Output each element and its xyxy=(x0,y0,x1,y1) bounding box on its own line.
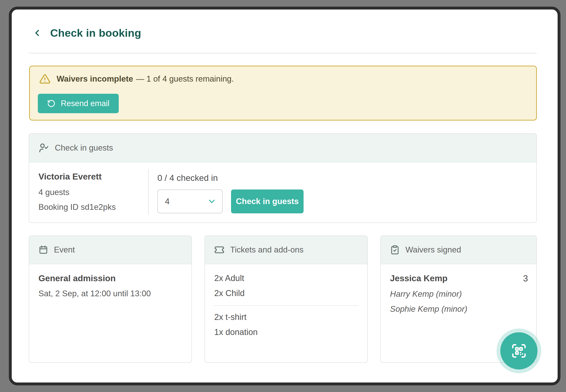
alert-triangle-icon xyxy=(39,73,50,84)
vertical-divider xyxy=(148,169,149,214)
guest-count: 4 guests xyxy=(39,188,69,197)
waivers-card-header: Waivers signed xyxy=(381,236,536,264)
tickets-card-body: 2x Adult 2x Child 2x t-shirt 1x donation xyxy=(205,264,367,363)
check-in-guests-body: Victoria Everett 4 guests Booking ID sd1… xyxy=(29,163,536,223)
waivers-alert-banner: Waivers incomplete — 1 of 4 guests remai… xyxy=(29,66,537,121)
check-in-guests-panel: Check in guests Victoria Everett 4 guest… xyxy=(29,133,537,223)
tickets-card-title: Tickets and add-ons xyxy=(230,245,304,254)
guest-name: Victoria Everett xyxy=(39,172,101,182)
waiver-minor: Harry Kemp (minor) xyxy=(390,289,462,299)
clipboard-check-icon xyxy=(390,245,400,255)
waiver-count: 3 xyxy=(523,274,528,283)
check-in-guests-title: Check in guests xyxy=(55,143,113,153)
chevron-down-icon xyxy=(207,197,216,206)
rotate-ccw-icon xyxy=(47,99,55,108)
qr-scan-fab-button[interactable] xyxy=(500,332,538,369)
resend-email-label: Resend email xyxy=(61,99,110,108)
event-card: Event General admission Sat, 2 Sep, at 1… xyxy=(29,236,192,363)
booking-id: Booking ID sd1e2pks xyxy=(39,203,116,212)
ticket-item: 2x Child xyxy=(214,289,245,298)
alert-text: Waivers incomplete — 1 of 4 guests remai… xyxy=(56,74,234,84)
page-title: Check in booking xyxy=(50,27,141,39)
alert-title: Waivers incomplete xyxy=(56,74,133,84)
tickets-card-header: Tickets and add-ons xyxy=(205,236,367,264)
header-divider xyxy=(29,53,537,54)
waivers-card-title: Waivers signed xyxy=(405,245,461,254)
qr-scan-icon xyxy=(510,342,527,360)
waiver-minor: Sophie Kemp (minor) xyxy=(390,305,467,314)
tickets-card: Tickets and add-ons 2x Adult 2x Child 2x… xyxy=(205,236,368,363)
back-button[interactable] xyxy=(32,28,42,38)
waiver-signer-name: Jessica Kemp xyxy=(390,274,447,283)
page-header: Check in booking xyxy=(32,24,141,42)
check-in-guests-header: Check in guests xyxy=(29,134,536,163)
guest-count-select-value: 4 xyxy=(165,197,170,206)
addon-item: 1x donation xyxy=(214,327,258,337)
checked-in-progress: 0 / 4 checked in xyxy=(157,173,218,183)
resend-email-button[interactable]: Resend email xyxy=(38,94,119,113)
chevron-left-icon xyxy=(32,28,42,38)
app-window: Check in booking Waivers incomplete — 1 … xyxy=(9,7,560,385)
event-card-body: General admission Sat, 2 Sep, at 12:00 u… xyxy=(29,264,192,363)
event-card-header: Event xyxy=(29,236,192,264)
check-in-guests-button[interactable]: Check in guests xyxy=(231,189,304,213)
alert-message: — 1 of 4 guests remaining. xyxy=(136,74,234,84)
event-datetime: Sat, 2 Sep, at 12:00 until 13:00 xyxy=(39,289,151,298)
ticket-item: 2x Adult xyxy=(214,274,244,283)
addons-divider xyxy=(213,305,359,306)
alert-message-row: Waivers incomplete — 1 of 4 guests remai… xyxy=(39,73,234,84)
event-name: General admission xyxy=(39,274,116,283)
ticket-icon xyxy=(214,245,224,255)
guest-count-select[interactable]: 4 xyxy=(157,189,223,213)
user-check-icon xyxy=(39,143,49,153)
calendar-icon xyxy=(39,245,48,255)
event-card-title: Event xyxy=(54,245,75,254)
addon-item: 2x t-shirt xyxy=(214,312,247,322)
